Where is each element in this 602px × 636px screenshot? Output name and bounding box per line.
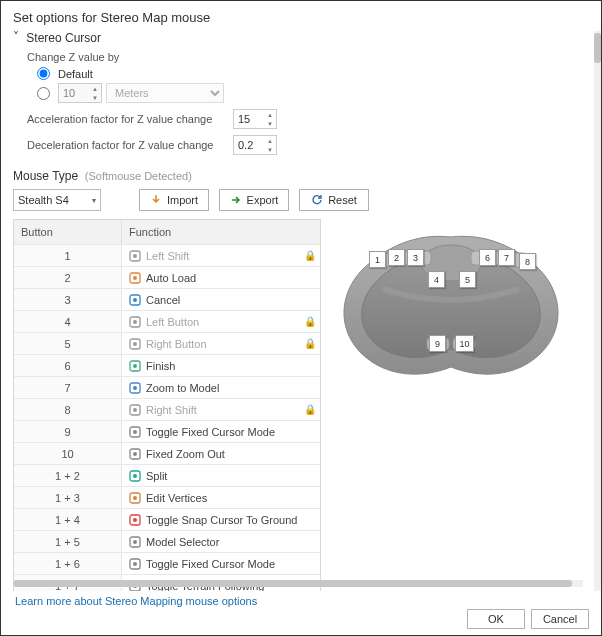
- table-row[interactable]: 8Right Shift🔒: [14, 398, 320, 420]
- function-icon: [128, 425, 141, 438]
- table-row[interactable]: 7Zoom to Model: [14, 376, 320, 398]
- scrollbar-vertical[interactable]: [594, 31, 601, 591]
- accel-label: Acceleration factor for Z value change: [27, 113, 227, 125]
- mouse-diagram: 1 2 3 4 5 6 7 8 9 10: [331, 219, 571, 399]
- chevron-down-icon: ˅: [13, 31, 19, 44]
- decel-spinner[interactable]: ▲▼: [264, 136, 276, 154]
- badge-4: 4: [428, 271, 445, 288]
- table-row[interactable]: 1 + 4Toggle Snap Cursor To Ground: [14, 508, 320, 530]
- table-row[interactable]: 6Finish: [14, 354, 320, 376]
- lock-icon: 🔒: [304, 404, 316, 415]
- function-cell[interactable]: Model Selector: [122, 530, 320, 552]
- function-label: Auto Load: [146, 272, 196, 284]
- table-row[interactable]: 1Left Shift🔒: [14, 244, 320, 266]
- radio-default-label: Default: [58, 68, 93, 80]
- col-function-header[interactable]: Function: [122, 220, 320, 244]
- function-icon: [128, 293, 141, 306]
- function-label: Toggle Fixed Cursor Mode: [146, 558, 275, 570]
- badge-2: 2: [388, 249, 405, 266]
- radio-custom[interactable]: [37, 87, 50, 100]
- accel-spinner[interactable]: ▲▼: [264, 110, 276, 128]
- badge-8: 8: [519, 253, 536, 270]
- mapping-table: Button Function 1Left Shift🔒2Auto Load3C…: [13, 219, 321, 591]
- scrollbar-horizontal-thumb[interactable]: [13, 580, 572, 587]
- learn-more-link[interactable]: Learn more about Stereo Mapping mouse op…: [15, 595, 257, 607]
- button-cell: 6: [14, 354, 122, 376]
- function-cell[interactable]: Zoom to Model: [122, 376, 320, 398]
- function-label: Cancel: [146, 294, 180, 306]
- svg-point-27: [133, 540, 137, 544]
- function-cell[interactable]: Finish: [122, 354, 320, 376]
- table-row[interactable]: 1 + 3Edit Vertices: [14, 486, 320, 508]
- button-cell: 7: [14, 376, 122, 398]
- svg-point-29: [133, 562, 137, 566]
- button-cell: 9: [14, 420, 122, 442]
- badge-5: 5: [459, 271, 476, 288]
- badge-6: 6: [479, 249, 496, 266]
- scrollbar-vertical-thumb[interactable]: [594, 33, 601, 63]
- import-button[interactable]: Import: [139, 189, 209, 211]
- ok-button[interactable]: OK: [467, 609, 525, 629]
- function-cell[interactable]: Toggle Fixed Cursor Mode: [122, 552, 320, 574]
- table-row[interactable]: 5Right Button🔒: [14, 332, 320, 354]
- svg-point-21: [133, 474, 137, 478]
- function-cell[interactable]: Toggle Fixed Cursor Mode: [122, 420, 320, 442]
- function-label: Toggle Fixed Cursor Mode: [146, 426, 275, 438]
- table-row[interactable]: 1 + 5Model Selector: [14, 530, 320, 552]
- stereo-cursor-header[interactable]: ˅ Stereo Cursor: [13, 31, 593, 45]
- mouse-type-select[interactable]: Stealth S4 ▾: [13, 189, 101, 211]
- table-row[interactable]: 9Toggle Fixed Cursor Mode: [14, 420, 320, 442]
- cancel-button[interactable]: Cancel: [531, 609, 589, 629]
- col-button-header[interactable]: Button: [14, 220, 122, 244]
- function-cell[interactable]: Fixed Zoom Out: [122, 442, 320, 464]
- function-label: Split: [146, 470, 167, 482]
- table-row[interactable]: 10Fixed Zoom Out: [14, 442, 320, 464]
- reset-button[interactable]: Reset: [299, 189, 369, 211]
- chevron-down-icon: ▾: [92, 196, 96, 205]
- svg-point-3: [133, 276, 137, 280]
- z-custom-spinner: ▲▼: [89, 84, 101, 102]
- function-icon: [128, 469, 141, 482]
- function-icon: [128, 315, 141, 328]
- function-label: Finish: [146, 360, 175, 372]
- function-label: Fixed Zoom Out: [146, 448, 225, 460]
- function-cell[interactable]: Auto Load: [122, 266, 320, 288]
- button-cell: 2: [14, 266, 122, 288]
- button-cell: 5: [14, 332, 122, 354]
- function-label: Toggle Snap Cursor To Ground: [146, 514, 297, 526]
- function-cell[interactable]: Split: [122, 464, 320, 486]
- function-cell[interactable]: Left Shift🔒: [122, 244, 320, 266]
- svg-point-5: [133, 298, 137, 302]
- function-cell[interactable]: Edit Vertices: [122, 486, 320, 508]
- table-row[interactable]: 1 + 2Split: [14, 464, 320, 486]
- lock-icon: 🔒: [304, 338, 316, 349]
- table-row[interactable]: 4Left Button🔒: [14, 310, 320, 332]
- svg-point-15: [133, 408, 137, 412]
- button-cell: 4: [14, 310, 122, 332]
- function-cell[interactable]: Toggle Snap Cursor To Ground: [122, 508, 320, 530]
- table-row[interactable]: 1 + 6Toggle Fixed Cursor Mode: [14, 552, 320, 574]
- button-cell: 3: [14, 288, 122, 310]
- function-icon: [128, 403, 141, 416]
- button-cell: 1: [14, 244, 122, 266]
- table-row[interactable]: 3Cancel: [14, 288, 320, 310]
- svg-point-19: [133, 452, 137, 456]
- radio-default[interactable]: [37, 67, 50, 80]
- button-cell: 1 + 3: [14, 486, 122, 508]
- svg-point-23: [133, 496, 137, 500]
- lock-icon: 🔒: [304, 316, 316, 327]
- function-cell[interactable]: Right Shift🔒: [122, 398, 320, 420]
- svg-point-1: [133, 254, 137, 258]
- function-cell[interactable]: Right Button🔒: [122, 332, 320, 354]
- scrollbar-horizontal[interactable]: [13, 580, 583, 587]
- function-cell[interactable]: Cancel: [122, 288, 320, 310]
- export-button[interactable]: Export: [219, 189, 289, 211]
- function-cell[interactable]: Left Button🔒: [122, 310, 320, 332]
- right-arrow-icon: [230, 194, 242, 206]
- svg-point-13: [133, 386, 137, 390]
- svg-point-17: [133, 430, 137, 434]
- function-icon: [128, 491, 141, 504]
- function-label: Right Button: [146, 338, 207, 350]
- badge-10: 10: [455, 335, 474, 352]
- table-row[interactable]: 2Auto Load: [14, 266, 320, 288]
